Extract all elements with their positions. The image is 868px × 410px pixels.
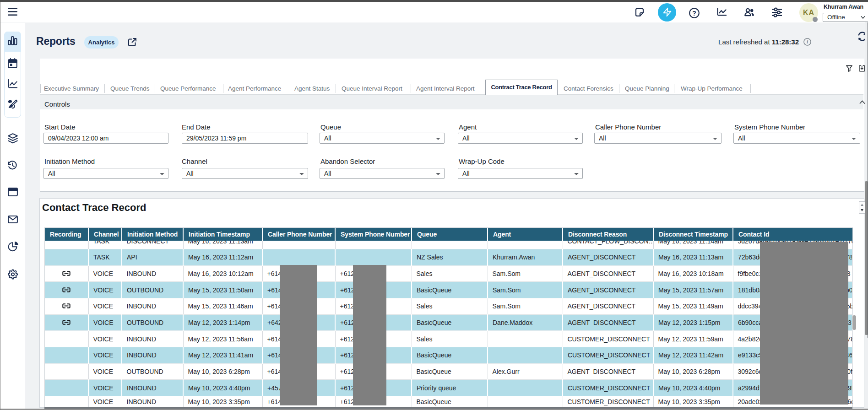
svg-text:i: i: [807, 39, 808, 44]
svg-text:?: ?: [692, 10, 696, 17]
